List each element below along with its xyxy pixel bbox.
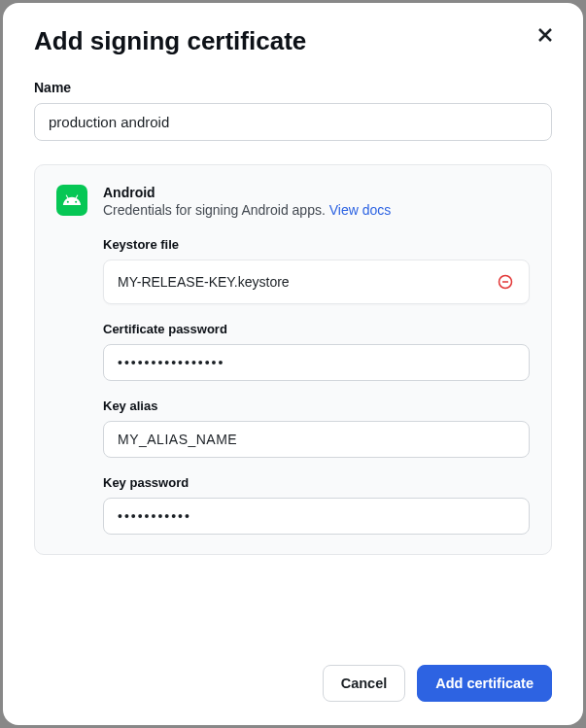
modal-footer: Cancel Add certificate	[34, 645, 552, 702]
keystore-filename: MY-RELEASE-KEY.keystore	[118, 274, 290, 290]
key-alias-input[interactable]	[103, 421, 530, 458]
android-description-text: Credentials for signing Android apps.	[103, 202, 329, 218]
key-alias-label: Key alias	[103, 399, 530, 413]
cert-password-field: Certificate password	[103, 322, 530, 381]
cert-password-input[interactable]	[103, 344, 530, 381]
keystore-field: Keystore file MY-RELEASE-KEY.keystore	[103, 237, 530, 304]
key-alias-field: Key alias	[103, 399, 530, 458]
cancel-button[interactable]: Cancel	[323, 665, 406, 702]
close-icon	[538, 28, 552, 42]
name-label: Name	[34, 80, 552, 95]
keystore-label: Keystore file	[103, 237, 530, 252]
remove-circle-icon	[498, 274, 513, 290]
cert-password-label: Certificate password	[103, 322, 530, 336]
add-certificate-button[interactable]: Add certificate	[417, 665, 552, 702]
modal-header: Add signing certificate	[34, 26, 552, 56]
key-password-input[interactable]	[103, 498, 530, 535]
remove-file-button[interactable]	[496, 272, 515, 292]
key-password-label: Key password	[103, 475, 530, 490]
view-docs-link[interactable]: View docs	[329, 202, 392, 218]
android-section: Android Credentials for signing Android …	[34, 164, 552, 555]
android-title: Android	[103, 185, 530, 200]
android-icon	[56, 185, 87, 216]
key-password-field: Key password	[103, 475, 530, 535]
name-field-group: Name	[34, 80, 552, 141]
keystore-file-display: MY-RELEASE-KEY.keystore	[103, 260, 530, 304]
modal-title: Add signing certificate	[34, 26, 306, 56]
close-button[interactable]	[534, 24, 556, 49]
add-certificate-modal: Add signing certificate Name Android Cre…	[3, 3, 583, 725]
android-content: Android Credentials for signing Android …	[103, 185, 530, 535]
name-input[interactable]	[34, 103, 552, 141]
android-description: Credentials for signing Android apps. Vi…	[103, 202, 530, 218]
